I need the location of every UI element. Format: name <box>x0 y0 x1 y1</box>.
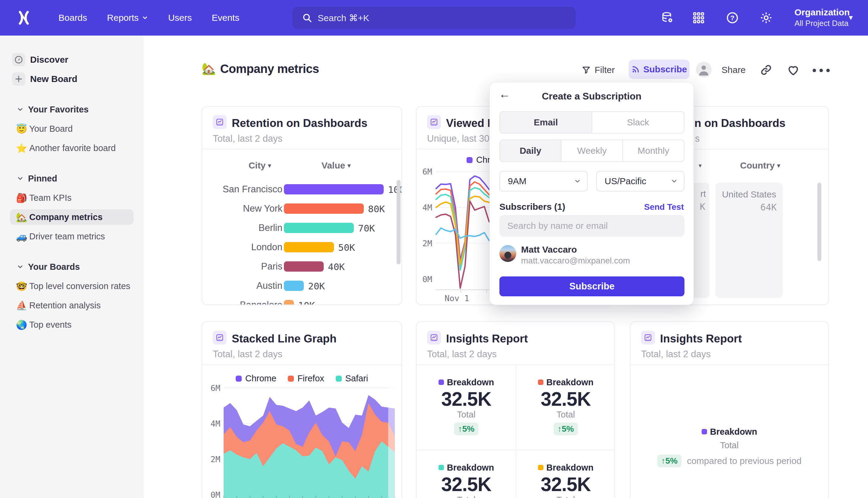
mixpanel-logo-icon[interactable] <box>17 11 30 25</box>
tab-daily[interactable]: Daily <box>500 140 561 161</box>
copy-link-icon[interactable] <box>760 64 773 76</box>
sidebar-section-your-boards[interactable]: Your Boards <box>10 259 134 275</box>
svg-text:4M: 4M <box>422 203 432 212</box>
sidebar-section-your-favorites[interactable]: Your Favorites <box>10 102 134 117</box>
series-label: Breakdown <box>447 377 494 388</box>
scrollbar[interactable] <box>817 183 821 261</box>
sidebar-item-top-events[interactable]: 🌏 Top events <box>10 317 134 332</box>
sidebar-item-retention-analysis[interactable]: ⛵ Retention analysis <box>10 298 134 313</box>
subscribe-button[interactable]: Subscribe <box>629 60 690 79</box>
channel-tabs: Email Slack <box>499 111 684 133</box>
sidebar-item-company-metrics[interactable]: 🏡 Company metrics <box>10 209 134 225</box>
column-header-value[interactable]: Value▾ <box>313 160 359 171</box>
sidebar-item-label: Team KPIs <box>29 193 71 203</box>
table-row[interactable]: London 50K <box>202 238 401 257</box>
sidebar-item-team-kpis[interactable]: 🎒 Team KPIs <box>10 190 134 206</box>
avatar[interactable] <box>696 62 711 78</box>
subscribers-label: Subscribers (1) <box>499 202 565 212</box>
table-row[interactable]: Paris 40K <box>202 257 401 276</box>
search-placeholder: Search ⌘+K <box>318 13 369 23</box>
time-select[interactable]: 9AM <box>499 171 588 192</box>
board-emoji: 🌏 <box>16 319 29 330</box>
country-value: 64K <box>716 199 783 212</box>
table-row[interactable]: San Francisco 100K <box>202 180 401 199</box>
share-button[interactable]: Share <box>722 62 746 78</box>
legend-label: Chr <box>476 155 490 165</box>
value-label: 70K <box>358 223 375 234</box>
board-emoji: ⛵ <box>16 300 29 311</box>
sidebar-item-driver-team-metrics[interactable]: 🚙 Driver team metrics <box>10 228 134 244</box>
report-chart-icon <box>427 331 441 344</box>
table-row[interactable]: New York 80K <box>202 199 401 218</box>
series-swatch <box>538 380 544 385</box>
modal-title: Create a Subscription <box>490 91 694 102</box>
apps-grid-icon[interactable] <box>692 11 705 24</box>
sidebar-item-discover[interactable]: Discover <box>10 52 134 67</box>
insight-metric: Breakdown 32.5K Total <box>516 450 615 498</box>
settings-gear-icon[interactable] <box>760 11 773 24</box>
send-test-link[interactable]: Send Test <box>644 202 684 212</box>
table-row[interactable]: Bangalore 10K <box>202 296 401 305</box>
metric-sub: Total <box>556 410 575 420</box>
sidebar-item-top-level-conversion-rates[interactable]: 🤓 Top level conversion rates <box>10 278 134 294</box>
svg-text:6M: 6M <box>210 383 220 393</box>
search-input[interactable]: Search ⌘+K <box>292 6 576 29</box>
favorite-heart-icon[interactable] <box>787 63 800 77</box>
legend-swatch-chrome <box>236 376 242 382</box>
sidebar-section-pinned[interactable]: Pinned <box>10 171 134 186</box>
column-header-city[interactable]: City▾ <box>237 160 282 171</box>
tab-monthly[interactable]: Monthly <box>623 140 684 161</box>
scrollbar[interactable] <box>397 180 401 264</box>
help-icon[interactable]: ? <box>726 11 739 24</box>
insight-metric: Breakdown 32.5K Total ↑5% <box>516 365 615 450</box>
sidebar-item-new-board[interactable]: New Board <box>10 71 134 87</box>
org-name[interactable]: Organization <box>794 7 850 17</box>
board-emoji: 🎒 <box>16 193 29 203</box>
plus-icon <box>12 73 25 86</box>
card-stacked-line-graph: Stacked Line Graph Total, last 2 days Ch… <box>202 321 402 498</box>
sidebar-item-label: Company metrics <box>29 212 103 222</box>
value-bar <box>284 300 294 305</box>
tab-weekly[interactable]: Weekly <box>561 140 623 161</box>
caret-down-icon[interactable]: ▾ <box>699 162 702 169</box>
svg-text:2M: 2M <box>210 455 220 464</box>
table-row[interactable]: Berlin 70K <box>202 218 401 238</box>
value-bar <box>284 242 334 252</box>
sidebar-item-label: Discover <box>30 55 68 65</box>
tab-email[interactable]: Email <box>500 112 592 133</box>
nav-events[interactable]: Events <box>212 13 239 23</box>
tab-slack[interactable]: Slack <box>592 112 684 133</box>
sidebar-item-label: New Board <box>30 74 78 84</box>
caret-down-icon: ▾ <box>347 162 350 169</box>
value-label: 80K <box>368 204 385 214</box>
nav-users[interactable]: Users <box>168 13 192 23</box>
sidebar-item-label: Top level conversion rates <box>29 281 130 291</box>
card-subtitle: Total, last 2 days <box>641 349 711 359</box>
sidebar-item-another-favorite-board[interactable]: ⭐ Another favorite board <box>10 140 134 156</box>
data-management-icon[interactable] <box>660 11 674 24</box>
share-label: Share <box>722 65 746 75</box>
table-row[interactable]: Austin 20K <box>202 276 401 296</box>
nav-reports[interactable]: Reports <box>107 13 148 23</box>
caret-down-icon: ▾ <box>777 162 780 169</box>
sidebar-item-label: Another favorite board <box>29 143 116 153</box>
board-emoji: 🏡 <box>202 62 216 75</box>
city-label: Berlin <box>202 222 282 233</box>
sidebar-item-your-board[interactable]: 😇 Your Board <box>10 121 134 136</box>
metric-sub: Total <box>720 441 738 450</box>
timezone-select[interactable]: US/Pacific <box>596 171 684 192</box>
country-label: United States <box>716 183 783 199</box>
column-header-country[interactable]: Country▾ <box>737 160 783 171</box>
page-title-text: Company metrics <box>220 62 319 76</box>
org-caret-icon[interactable]: ▼ <box>847 14 854 22</box>
subscribe-submit-button[interactable]: Subscribe <box>499 276 684 296</box>
divider <box>630 365 828 365</box>
insight-metric: Breakdown 32.5K Total <box>416 450 516 498</box>
nav-boards[interactable]: Boards <box>58 13 87 23</box>
filter-button[interactable]: Filter <box>582 62 615 78</box>
card-insights-report-grid: Insights Report Total, last 2 days Break… <box>416 321 615 498</box>
stacked-area-chart: 6M4M2M0M <box>202 322 402 498</box>
more-options-button[interactable]: ●●● <box>812 62 832 78</box>
delta-badge: ↑5% <box>454 423 478 435</box>
subscriber-search-input[interactable] <box>499 215 684 237</box>
